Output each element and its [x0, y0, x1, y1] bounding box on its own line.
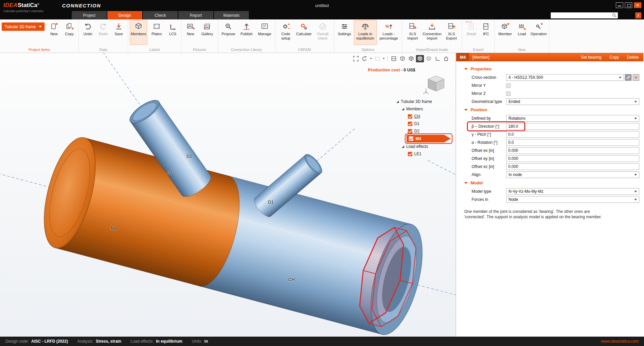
- manage-button[interactable]: Manage: [256, 20, 273, 45]
- add-cross-section-button[interactable]: +: [633, 74, 639, 81]
- new-project-item-button[interactable]: New: [47, 20, 61, 45]
- section-model[interactable]: Model: [456, 179, 639, 187]
- website-link[interactable]: www.ideastatica.com: [601, 339, 639, 344]
- fit-view-button[interactable]: [352, 55, 360, 62]
- loads-in-equilibrium-button[interactable]: Loads in equilibrium: [354, 20, 377, 45]
- offset-ex-input[interactable]: [506, 147, 639, 154]
- clip-button[interactable]: [390, 55, 398, 62]
- publish-button[interactable]: Publish: [238, 20, 255, 45]
- info-button[interactable]: i: [635, 12, 641, 18]
- plates-labels-button[interactable]: Plates: [148, 20, 165, 45]
- expander-icon[interactable]: [396, 101, 399, 103]
- tree-item-ch[interactable]: CH: [396, 113, 453, 120]
- tree-root[interactable]: Tubular 3D frame: [396, 98, 453, 105]
- checkbox-checked-icon[interactable]: [408, 122, 412, 126]
- ifc-export-button[interactable]: IFC IFC: [479, 20, 493, 45]
- row-forces-in: Forces in Node: [456, 195, 639, 204]
- new-load-button[interactable]: Load: [515, 20, 529, 45]
- marquee-select-button[interactable]: [373, 55, 381, 62]
- tab-materials[interactable]: Materials: [214, 11, 249, 19]
- calculate-button[interactable]: Calculate: [295, 20, 313, 45]
- model-3d-render[interactable]: [0, 53, 456, 337]
- save-button[interactable]: Save: [111, 20, 126, 45]
- navigation-cube[interactable]: [423, 74, 447, 97]
- copy-member-button[interactable]: Copy: [609, 55, 619, 60]
- checkbox-checked-icon[interactable]: [408, 114, 412, 119]
- wireframe-view-button[interactable]: [398, 55, 407, 62]
- orbit-menu-chevron[interactable]: [370, 58, 372, 59]
- overall-check-button[interactable]: Overall check: [313, 20, 332, 45]
- selected-member-code: M4: [456, 53, 469, 61]
- home-view-button[interactable]: [442, 55, 450, 62]
- edit-cross-section-button[interactable]: [625, 74, 632, 81]
- tab-project[interactable]: Project: [72, 11, 107, 19]
- undo-button[interactable]: Undo: [80, 20, 95, 45]
- search-box[interactable]: [551, 12, 618, 18]
- tree-group-load-effects[interactable]: Load effects: [396, 143, 453, 150]
- align-dropdown[interactable]: In node: [506, 171, 639, 178]
- close-button[interactable]: ×: [634, 2, 641, 8]
- shaded-view-button[interactable]: [407, 55, 415, 62]
- offset-ez-input[interactable]: [506, 163, 639, 170]
- tree-item-d1[interactable]: D1: [396, 120, 453, 127]
- alpha-rotation-input[interactable]: [506, 139, 639, 146]
- gallery-button[interactable]: Gallery: [199, 20, 216, 45]
- members-labels-button[interactable]: Members: [130, 20, 147, 45]
- checkbox-checked-icon[interactable]: [409, 136, 413, 141]
- connection-import-button[interactable]: Connection Import: [422, 20, 442, 45]
- viewport-3d[interactable]: D2 D2 D1 M4 CH Production cost - 0 US$: [0, 53, 456, 337]
- forces-in-dropdown[interactable]: Node: [506, 196, 639, 203]
- selected-member-banner[interactable]: M4: [407, 135, 451, 142]
- axes-view-button[interactable]: [433, 55, 441, 62]
- project-item-selector[interactable]: Tubular 3D frame: [2, 22, 45, 31]
- cross-section-dropdown[interactable]: 4 - HSS12.75X.500: [506, 74, 624, 81]
- xls-import-button[interactable]: XLS XLS Import: [404, 20, 421, 45]
- mirror-z-checkbox[interactable]: [506, 92, 511, 96]
- new-member-button[interactable]: Member: [496, 20, 514, 45]
- tree-item-m4-selected[interactable]: M4: [407, 135, 453, 143]
- tab-check[interactable]: Check: [143, 11, 178, 19]
- tree-item-le1[interactable]: LE1: [396, 150, 453, 158]
- orbit-button[interactable]: [361, 55, 369, 62]
- set-bearing-button[interactable]: Set bearing: [581, 55, 601, 60]
- transparent-view-button[interactable]: [425, 55, 433, 62]
- selected-member-type: [Member]: [472, 55, 489, 60]
- search-input[interactable]: [552, 13, 611, 17]
- model-type-dropdown[interactable]: N-Vy-Vz-Mx-My-Mz: [506, 188, 639, 195]
- minimize-button[interactable]: [616, 2, 623, 8]
- percent-up-icon: %: [384, 22, 393, 31]
- ribbon-group-export: BETA Detail IFC IFC Export: [462, 19, 495, 53]
- select-menu-chevron[interactable]: [383, 58, 385, 59]
- xls-export-button[interactable]: XLS XLS Export: [443, 20, 460, 45]
- propose-button[interactable]: Propose: [220, 20, 237, 45]
- tab-design[interactable]: Design: [107, 11, 142, 19]
- tree-group-members[interactable]: Members: [396, 105, 453, 113]
- loads-percentage-button[interactable]: % Loads - percentage: [377, 20, 400, 45]
- redo-button[interactable]: Redo: [96, 20, 111, 45]
- expander-icon[interactable]: [402, 146, 404, 148]
- copy-project-item-button[interactable]: Copy: [62, 20, 77, 45]
- mirror-y-checkbox[interactable]: [506, 83, 511, 88]
- defined-by-dropdown[interactable]: Rotations: [506, 115, 639, 122]
- expander-icon[interactable]: [402, 108, 404, 110]
- new-operation-button[interactable]: Operation: [530, 20, 547, 45]
- checkbox-checked-icon[interactable]: [408, 129, 412, 133]
- section-properties[interactable]: Properties: [456, 65, 639, 73]
- detail-export-button[interactable]: BETA Detail: [464, 20, 479, 45]
- tree-item-d2[interactable]: D2: [396, 127, 453, 135]
- checkbox-checked-icon[interactable]: [408, 152, 412, 156]
- new-picture-button[interactable]: New: [183, 20, 198, 45]
- offset-ey-input[interactable]: [506, 155, 639, 162]
- lcs-labels-button[interactable]: LCS: [166, 20, 179, 45]
- settings-button[interactable]: Settings: [336, 20, 353, 45]
- delete-member-button[interactable]: Delete: [627, 55, 639, 60]
- maximize-button[interactable]: [625, 2, 632, 8]
- tab-report[interactable]: Report: [178, 11, 213, 19]
- geometrical-type-dropdown[interactable]: Ended: [506, 98, 639, 105]
- beta-direction-input[interactable]: [506, 123, 639, 130]
- group-label-new: New: [496, 47, 547, 53]
- gamma-pitch-input[interactable]: [506, 131, 639, 138]
- section-position[interactable]: Position: [456, 106, 639, 114]
- solid-view-button[interactable]: [416, 55, 424, 62]
- code-setup-button[interactable]: Code setup: [277, 20, 294, 45]
